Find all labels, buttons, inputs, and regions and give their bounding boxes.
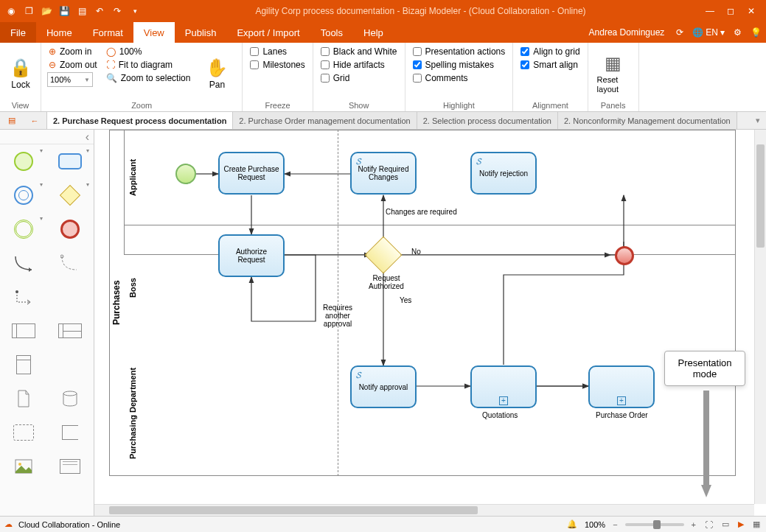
palette-gateway[interactable]: ▾	[47, 178, 94, 212]
canvas-area[interactable]: Purchases Applicant Boss Purchasing Depa…	[94, 130, 766, 516]
task-authorize[interactable]: Authorize Request	[218, 234, 285, 277]
menu-view[interactable]: View	[133, 22, 175, 43]
palette-lane[interactable]	[47, 314, 94, 348]
app-icon[interactable]: ◉	[4, 4, 18, 18]
zoom-out-button[interactable]: ⊖Zoom out	[47, 59, 99, 71]
task-notify-changes[interactable]: 𝓢Notify Required Changes	[350, 152, 417, 195]
zoom-plus-icon[interactable]: +	[690, 520, 697, 529]
palette-task[interactable]: ▾	[47, 144, 94, 178]
chk-comments[interactable]: Comments	[411, 72, 507, 84]
menu-help[interactable]: Help	[353, 22, 394, 43]
script-icon: 𝓢	[476, 156, 481, 167]
zoom-slider[interactable]	[625, 523, 684, 526]
subprocess-quotations[interactable]: +	[470, 365, 537, 408]
close-icon[interactable]: ✕	[742, 2, 760, 20]
palette-text[interactable]	[47, 449, 94, 483]
chk-smart-align[interactable]: Smart align	[519, 59, 581, 71]
notifications-icon[interactable]: 🔔	[565, 519, 579, 529]
status-view2-icon[interactable]: ▦	[751, 519, 762, 529]
status-fit-icon[interactable]: ⛶	[703, 520, 714, 529]
qat-dropdown-icon[interactable]: ▾	[128, 4, 142, 18]
titlebar: ◉ ❐ 📂 💾 ▤ ↶ ↷ ▾ Agility Corp process doc…	[0, 0, 766, 22]
lock-button[interactable]: 🔒Lock	[6, 46, 35, 99]
palette-assoc[interactable]	[0, 280, 47, 314]
group-label-align: Alignment	[519, 99, 581, 110]
expand-icon[interactable]: +	[499, 396, 508, 405]
menu-home[interactable]: Home	[36, 22, 83, 43]
chk-spelling[interactable]: Spelling mistakes	[411, 59, 507, 71]
menu-tools[interactable]: Tools	[310, 22, 353, 43]
slider-knob[interactable]	[653, 520, 661, 529]
expand-icon[interactable]: +	[617, 396, 626, 405]
palette-msg-flow[interactable]	[47, 246, 94, 280]
reset-layout-button[interactable]: ▦Reset layout	[594, 46, 633, 99]
palette-start-event[interactable]: ▾	[0, 144, 47, 178]
end-event[interactable]	[615, 246, 634, 265]
palette-intermediate[interactable]: ▾	[0, 178, 47, 212]
palette-end-light[interactable]: ▾	[0, 212, 47, 246]
diagram[interactable]: Purchases Applicant Boss Purchasing Depa…	[94, 130, 758, 505]
palette-group[interactable]	[0, 416, 47, 449]
zoom-in-button[interactable]: ⊕Zoom in	[47, 46, 99, 57]
tab-purchase-order[interactable]: 2. Purchase Order management documentati…	[233, 112, 417, 129]
chk-lanes[interactable]: Lanes	[248, 46, 306, 57]
zoom-100-button[interactable]: ◯100%	[105, 46, 192, 57]
save-icon[interactable]: 💾	[58, 4, 71, 18]
palette-pool[interactable]	[0, 314, 47, 348]
fit-diagram-button[interactable]: ⛶Fit to diagram	[105, 59, 192, 71]
maximize-icon[interactable]: ◻	[722, 2, 739, 20]
menu-export[interactable]: Export / Import	[226, 22, 310, 43]
sync-icon[interactable]: ⟳	[672, 27, 688, 38]
tab-menu-icon[interactable]: ▾	[756, 116, 760, 125]
start-event[interactable]	[175, 164, 196, 184]
bulb-icon[interactable]: 💡	[746, 27, 766, 38]
menu-format[interactable]: Format	[83, 22, 133, 43]
tab-overview-icon[interactable]: ▤	[8, 116, 15, 125]
redo-icon[interactable]: ↷	[111, 4, 124, 18]
chk-hide-artifacts[interactable]: Hide artifacts	[319, 59, 399, 71]
task-notify-approval[interactable]: 𝓢Notify approval	[350, 365, 417, 408]
tab-selection-process[interactable]: 2. Selection process documentation	[417, 112, 558, 129]
palette-data-store[interactable]	[47, 382, 94, 416]
tab-back-icon[interactable]: ←	[31, 116, 39, 125]
task-create-purchase[interactable]: Create Purchase Request	[218, 152, 285, 195]
chk-milestones[interactable]: Milestones	[248, 59, 306, 71]
chk-presentation[interactable]: Presentation actions	[411, 46, 507, 57]
menu-publish[interactable]: Publish	[175, 22, 227, 43]
horizontal-scrollbar[interactable]	[94, 504, 754, 516]
task-notify-rejection[interactable]: 𝓢Notify rejection	[470, 152, 537, 195]
lock-icon: 🔒	[9, 56, 32, 80]
palette-seq-flow[interactable]	[0, 246, 47, 280]
zoom-level-select[interactable]: 100%▼	[47, 72, 93, 87]
settings-icon[interactable]: ⚙	[729, 27, 746, 38]
chk-align-grid[interactable]: Align to grid	[519, 46, 581, 57]
ribbon-group-zoom: ⊕Zoom in ⊖Zoom out 100%▼ ◯100% ⛶Fit to d…	[41, 43, 243, 111]
status-view1-icon[interactable]: ▭	[720, 519, 731, 529]
vertical-scrollbar[interactable]	[754, 130, 766, 504]
zoom-minus-icon[interactable]: −	[611, 520, 619, 529]
saveall-icon[interactable]: ▤	[75, 4, 88, 18]
tab-purchase-request[interactable]: 2. Purchase Request process documentatio…	[47, 112, 233, 129]
status-presentation-icon[interactable]: ▶	[737, 519, 745, 529]
palette-annotation[interactable]	[47, 416, 94, 449]
minimize-icon[interactable]: —	[701, 2, 719, 20]
user-name[interactable]: Andrea Dominguez	[582, 27, 672, 38]
subprocess-purchase-order[interactable]: +	[588, 365, 655, 408]
undo-icon[interactable]: ↶	[93, 4, 106, 18]
menu-file[interactable]: File	[0, 22, 36, 43]
new-icon[interactable]: ❐	[22, 4, 35, 18]
pan-button[interactable]: ✋Pan	[198, 46, 236, 99]
palette-end-event[interactable]	[47, 212, 94, 246]
palette-milestone[interactable]	[0, 348, 47, 382]
language-selector[interactable]: 🌐 EN ▾	[688, 27, 729, 38]
chk-bw[interactable]: Black and White	[319, 46, 399, 57]
zoom-selection-button[interactable]: 🔍Zoom to selection	[105, 72, 192, 84]
tab-nonconformity[interactable]: 2. Nonconformity Management documentatio…	[558, 112, 737, 129]
palette-collapse-icon[interactable]: ‹	[86, 130, 89, 144]
open-icon[interactable]: 📂	[40, 4, 53, 18]
chk-grid[interactable]: Grid	[319, 72, 399, 84]
palette-data-object[interactable]	[0, 382, 47, 416]
palette-image[interactable]	[0, 449, 47, 483]
scroll-thumb[interactable]	[756, 144, 765, 248]
scroll-thumb[interactable]	[109, 506, 478, 514]
